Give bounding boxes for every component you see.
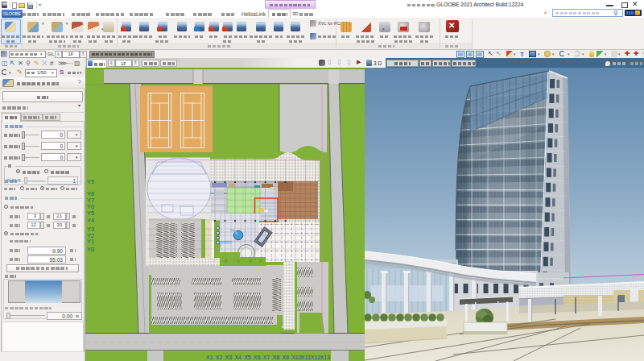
svg-text:Y0: Y0 bbox=[87, 245, 94, 252]
svg-text:X8: X8 bbox=[273, 355, 280, 360]
svg-text:Y9: Y9 bbox=[87, 177, 94, 185]
svg-text:Y5: Y5 bbox=[87, 209, 94, 216]
svg-text:X1: X1 bbox=[206, 355, 213, 360]
svg-text:X2: X2 bbox=[216, 355, 223, 360]
svg-text:X3: X3 bbox=[225, 355, 233, 360]
svg-text:X11: X11 bbox=[301, 355, 311, 360]
svg-text:X7: X7 bbox=[263, 355, 270, 360]
svg-text:X13: X13 bbox=[320, 355, 331, 360]
svg-text:X9: X9 bbox=[282, 355, 289, 360]
svg-text:X10: X10 bbox=[291, 355, 302, 360]
svg-text:X6: X6 bbox=[254, 355, 261, 360]
svg-text:X12: X12 bbox=[311, 355, 321, 360]
svg-text:Y4: Y4 bbox=[87, 216, 94, 223]
svg-text:X5: X5 bbox=[244, 355, 251, 360]
svg-text:Y1: Y1 bbox=[87, 237, 94, 244]
svg-text:X4: X4 bbox=[234, 355, 242, 360]
